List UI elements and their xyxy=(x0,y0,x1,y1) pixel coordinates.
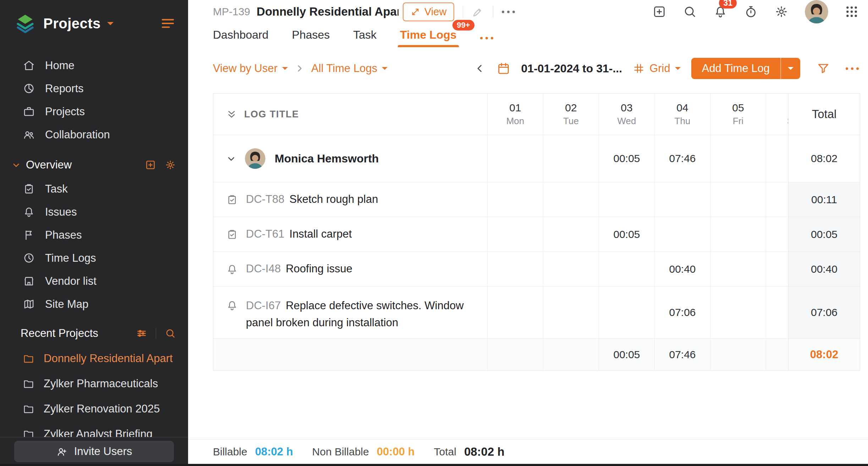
time-cell xyxy=(654,182,710,217)
signature-pen-icon[interactable] xyxy=(472,5,484,18)
toolbar-more-icon[interactable] xyxy=(846,67,859,70)
non-billable-summary: Non Billable 00:00 h xyxy=(312,445,415,458)
app-switch-caret-icon[interactable] xyxy=(107,22,114,28)
sidebar-item-issues[interactable]: Issues xyxy=(0,200,188,223)
sidebar-item-time-logs[interactable]: Time Logs xyxy=(0,246,188,270)
time-cell xyxy=(543,217,599,251)
user-group-cell: Monica Hemsworth xyxy=(213,135,487,182)
tab-task[interactable]: Task xyxy=(353,28,377,47)
day-header: 04Thu xyxy=(654,94,710,135)
log-title-cell: DC-I48Roofing issue xyxy=(213,252,487,286)
chevron-down-icon xyxy=(675,67,681,73)
settings-gear-icon[interactable] xyxy=(774,5,789,19)
tab-time-logs[interactable]: Time Logs 99+ xyxy=(400,28,456,47)
grid-layout-icon xyxy=(633,62,645,74)
task-icon xyxy=(226,194,238,206)
add-time-log-label: Add Time Log xyxy=(702,62,770,75)
recent-project-zylker-renovation[interactable]: Zylker Renovation 2025 xyxy=(0,396,188,421)
collapse-all-icon[interactable] xyxy=(226,109,237,120)
project-title: Donnelly Residential Apar xyxy=(257,5,399,18)
overview-collapse-icon[interactable] xyxy=(11,160,21,170)
time-cell-clipped xyxy=(766,252,788,286)
sidebar-item-task[interactable]: Task xyxy=(0,177,188,200)
add-section-icon[interactable] xyxy=(145,159,156,171)
time-cell xyxy=(599,287,654,338)
item-title[interactable]: Sketch rough plan xyxy=(290,193,378,205)
recent-project-donnelly[interactable]: Donnelly Residential Apart xyxy=(0,346,188,371)
section-settings-gear-icon[interactable] xyxy=(165,159,176,171)
filter-funnel-icon[interactable] xyxy=(817,62,830,75)
sidebar-collapse-icon[interactable] xyxy=(160,15,176,32)
tab-label: Time Logs xyxy=(400,28,456,41)
invite-users-button[interactable]: Invite Users xyxy=(14,441,174,462)
header-more-icon[interactable] xyxy=(502,11,515,13)
project-folder-icon xyxy=(23,428,34,437)
log-title-header-cell[interactable]: LOG TITLE xyxy=(213,94,487,135)
project-tabs: Dashboard Phases Task Time Logs 99+ xyxy=(188,23,868,47)
tab-dashboard[interactable]: Dashboard xyxy=(213,28,269,47)
item-id: DC-I48 xyxy=(246,262,281,275)
footer-time-cell: 00:05 xyxy=(599,339,654,370)
chevron-down-icon xyxy=(382,67,388,73)
time-cell-clipped xyxy=(766,135,788,182)
filter-sliders-icon[interactable] xyxy=(136,328,147,339)
add-time-log-button[interactable]: Add Time Log xyxy=(691,58,780,79)
log-title-cell: DC-T88Sketch rough plan xyxy=(213,182,487,217)
add-time-log-dropdown[interactable] xyxy=(780,58,800,79)
total-value: 08:02 h xyxy=(464,445,505,459)
sidebar-item-home[interactable]: Home xyxy=(0,54,188,77)
log-filter-label: All Time Logs xyxy=(311,62,377,75)
date-range[interactable]: 01-01-2024 to 31-... xyxy=(521,62,622,75)
item-id: DC-T88 xyxy=(246,193,285,205)
view-button[interactable]: View xyxy=(403,2,454,21)
table-row[interactable]: DC-T61Install carpet 00:05 00:05 xyxy=(213,217,860,251)
grid-view-dropdown[interactable]: Grid xyxy=(633,62,681,75)
sidebar-item-label: Time Logs xyxy=(45,252,96,265)
footer-time-cell xyxy=(710,339,766,370)
sidebar-item-collaboration[interactable]: Collaboration xyxy=(0,123,188,146)
time-cell xyxy=(710,287,766,338)
day-header: 05Fri xyxy=(710,94,766,135)
item-title[interactable]: Install carpet xyxy=(290,228,352,240)
sidebar-item-phases[interactable]: Phases xyxy=(0,223,188,246)
table-row[interactable]: DC-I48Roofing issue 00:40 00:40 xyxy=(213,251,860,286)
notification-badge: 31 xyxy=(719,0,737,9)
user-avatar[interactable] xyxy=(805,0,828,23)
view-by-user-dropdown[interactable]: View by User xyxy=(213,62,288,75)
table-footer-row: 00:05 07:46 08:02 xyxy=(213,338,860,370)
user-group-row[interactable]: Monica Hemsworth 00:05 07:46 08:02 xyxy=(213,135,860,182)
search-icon[interactable] xyxy=(683,5,697,19)
timer-icon[interactable] xyxy=(744,5,758,19)
time-cell: 07:46 xyxy=(654,135,710,182)
all-time-logs-dropdown[interactable]: All Time Logs xyxy=(311,62,388,75)
table-row[interactable]: DC-I67Replace defective switches. Window… xyxy=(213,286,860,338)
billable-value: 08:02 h xyxy=(255,445,293,458)
chevron-right-icon xyxy=(294,63,305,74)
recent-project-label: Zylker Pharmaceuticals xyxy=(44,377,158,390)
tabs-more-icon[interactable] xyxy=(480,37,493,47)
divider xyxy=(156,328,156,339)
collapse-group-icon[interactable] xyxy=(226,154,236,164)
quick-add-icon[interactable] xyxy=(652,5,666,19)
task-icon xyxy=(23,183,35,195)
previous-period-icon[interactable] xyxy=(474,62,486,74)
recent-project-clipped[interactable]: Zylker Analyst Briefing xyxy=(0,421,188,437)
log-title-cell: DC-I67Replace defective switches. Window… xyxy=(213,287,487,338)
search-projects-icon[interactable] xyxy=(165,328,176,339)
item-title[interactable]: Roofing issue xyxy=(286,262,352,275)
table-row[interactable]: DC-T88Sketch rough plan 00:11 xyxy=(213,182,860,217)
issues-icon xyxy=(23,206,35,218)
sidebar-item-site-map[interactable]: Site Map xyxy=(0,293,188,316)
sidebar-overview-nav: Task Issues Phases Time Logs Vendor list… xyxy=(0,177,188,316)
sidebar-item-reports[interactable]: Reports xyxy=(0,77,188,100)
time-cell-clipped xyxy=(766,182,788,217)
time-cell xyxy=(710,135,766,182)
apps-grid-icon[interactable] xyxy=(845,5,859,19)
sidebar-item-projects[interactable]: Projects xyxy=(0,100,188,123)
calendar-icon[interactable] xyxy=(496,61,511,76)
recent-project-zylker-pharma[interactable]: Zylker Pharmaceuticals xyxy=(0,371,188,396)
sidebar-item-vendor-list[interactable]: Vendor list xyxy=(0,270,188,293)
tab-phases[interactable]: Phases xyxy=(292,28,330,47)
project-folder-icon xyxy=(23,378,34,389)
total-header-cell: Total xyxy=(788,94,860,135)
